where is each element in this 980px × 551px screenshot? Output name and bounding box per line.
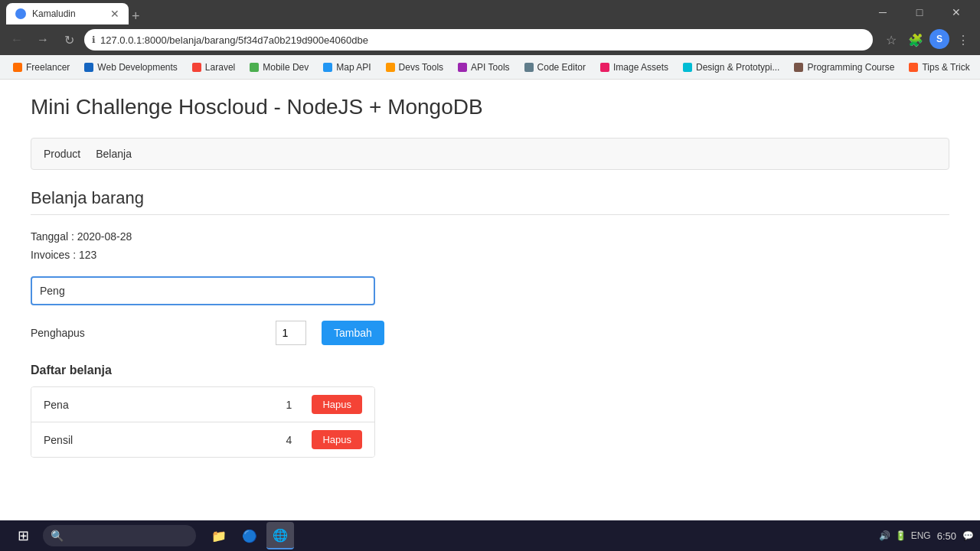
- tab-close-button[interactable]: ✕: [110, 8, 119, 20]
- tambah-button[interactable]: Tambah: [322, 321, 384, 345]
- taskbar-search-icon: 🔍: [51, 530, 64, 542]
- browser-tab[interactable]: Kamaludin ✕: [6, 3, 129, 24]
- page-content: Mini Challenge Hoscloud - NodeJS + Mongo…: [0, 80, 980, 520]
- close-button[interactable]: ✕: [939, 0, 974, 24]
- bookmarks-bar: Freelancer Web Developments Laravel Mobi…: [0, 55, 980, 80]
- bookmark-image-assets[interactable]: Image Assets: [593, 60, 675, 75]
- daftar-belanja-section: Daftar belanja Pena 1 Hapus Pensil 4 Hap…: [31, 364, 949, 458]
- table-row: Pena 1 Hapus: [31, 387, 374, 422]
- taskbar-search[interactable]: 🔍: [43, 525, 196, 546]
- taskbar-right: 🔊 🔋 ENG 6:50 💬: [879, 530, 974, 542]
- reload-button[interactable]: ↻: [58, 29, 80, 51]
- invoices-info: Invoices : 123: [31, 249, 949, 261]
- page-nav: Product Belanja: [31, 138, 949, 170]
- minimize-button[interactable]: ─: [865, 0, 900, 24]
- clock-time: 6:50: [937, 530, 956, 542]
- settings-button[interactable]: ⋮: [952, 29, 974, 51]
- bookmark-design[interactable]: Design & Prototypi...: [676, 60, 786, 75]
- search-container: [31, 276, 949, 305]
- bookmark-tips[interactable]: Tips & Trick: [902, 60, 975, 75]
- url-text: 127.0.0.1:8000/belanja/barang/5f34d7a0b2…: [100, 34, 865, 46]
- bookmark-laravel[interactable]: Laravel: [185, 60, 241, 75]
- bookmark-star-button[interactable]: ☆: [880, 29, 902, 51]
- quantity-input[interactable]: [276, 321, 306, 345]
- url-bar[interactable]: ℹ 127.0.0.1:8000/belanja/barang/5f34d7a0…: [84, 29, 873, 51]
- suggestion-product-name: Penghapus: [31, 327, 260, 339]
- bookmark-devs-tools[interactable]: Devs Tools: [379, 60, 449, 75]
- item-qty-pena: 1: [266, 399, 312, 411]
- tanggal-info: Tanggal : 2020-08-28: [31, 230, 949, 243]
- bookmark-web-dev[interactable]: Web Developments: [77, 60, 184, 75]
- tab-title: Kamaludin: [32, 8, 104, 19]
- taskbar-app-chrome[interactable]: 🌐: [266, 522, 294, 549]
- bookmark-programming[interactable]: Programming Course: [787, 60, 900, 75]
- extension-puzzle-button[interactable]: 🧩: [905, 29, 926, 51]
- nav-belanja-link[interactable]: Belanja: [96, 148, 132, 160]
- start-button[interactable]: ⊞: [6, 522, 40, 549]
- search-input[interactable]: [31, 276, 375, 305]
- taskbar: ⊞ 🔍 📁 🔵 🌐 🔊 🔋 ENG 6:50 💬: [0, 520, 980, 551]
- new-tab-button[interactable]: +: [132, 8, 140, 24]
- item-name-pena: Pena: [44, 399, 266, 411]
- taskbar-clock: 6:50: [937, 530, 956, 542]
- bookmark-code-editor[interactable]: Code Editor: [518, 60, 592, 75]
- lock-icon: ℹ: [92, 34, 96, 45]
- product-suggestion: Penghapus Tambah: [31, 321, 949, 345]
- nav-product-link[interactable]: Product: [44, 148, 80, 160]
- forward-button[interactable]: →: [32, 29, 54, 51]
- bookmark-mobile-dev[interactable]: Mobile Dev: [243, 60, 315, 75]
- shopping-table: Pena 1 Hapus Pensil 4 Hapus: [31, 386, 375, 458]
- item-qty-pensil: 4: [266, 434, 312, 446]
- taskbar-app-file-explorer[interactable]: 📁: [205, 522, 233, 549]
- bookmark-freelancer[interactable]: Freelancer: [6, 60, 76, 75]
- item-name-pensil: Pensil: [44, 434, 266, 446]
- language-indicator: ENG: [911, 530, 931, 541]
- hapus-pena-button[interactable]: Hapus: [312, 395, 362, 414]
- notification-icon: 💬: [962, 530, 974, 541]
- section-title: Belanja barang: [31, 188, 949, 215]
- page-title: Mini Challenge Hoscloud - NodeJS + Mongo…: [31, 95, 949, 119]
- tab-favicon: [15, 8, 26, 19]
- maximize-button[interactable]: □: [902, 0, 937, 24]
- network-icon: 🔊: [879, 530, 890, 541]
- table-row: Pensil 4 Hapus: [31, 422, 374, 457]
- battery-icon: 🔋: [895, 530, 906, 541]
- system-icons: 🔊 🔋 ENG: [879, 530, 931, 541]
- taskbar-app-vscode[interactable]: 🔵: [236, 522, 263, 549]
- hapus-pensil-button[interactable]: Hapus: [312, 430, 362, 449]
- back-button[interactable]: ←: [6, 29, 28, 51]
- profile-avatar[interactable]: S: [929, 29, 949, 49]
- bookmark-api-tools[interactable]: API Tools: [451, 60, 515, 75]
- bookmark-map-api[interactable]: Map API: [316, 60, 377, 75]
- daftar-title: Daftar belanja: [31, 364, 949, 377]
